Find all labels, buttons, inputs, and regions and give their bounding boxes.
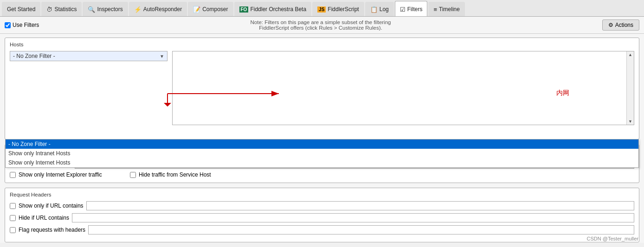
js-icon: JS [317,6,326,13]
scroll-up-arrow[interactable]: ▲ [627,51,633,58]
url-contains-checkbox[interactable] [10,203,16,209]
flag-headers-row: Flag requests with headers [10,225,634,234]
tab-log[interactable]: 📋 Log [365,2,394,16]
tab-fiddlerscript[interactable]: JS FiddlerScript [312,2,364,16]
flag-headers-input[interactable] [88,225,634,234]
url-contains-input[interactable] [86,201,634,210]
show-only-ie-label: Show only Internet Explorer traffic [19,171,102,178]
tab-get-started[interactable]: Get Started [2,2,40,16]
tab-fiddler-orchestra-label: Fiddler Orchestra Beta [250,6,306,13]
flag-headers-checkbox[interactable] [10,227,16,233]
hide-url-input[interactable] [72,213,634,222]
tab-inspectors[interactable]: 🔍 Inspectors [83,2,128,16]
dropdown-option-internet[interactable]: Show only Internet Hosts [6,158,638,167]
scroll-down-arrow[interactable]: ▼ [627,118,633,125]
flag-headers-label: Flag requests with headers [19,227,85,233]
request-headers-title: Request Headers [10,192,634,197]
tab-autoresponder[interactable]: ⚡ AutoResponder [129,2,187,16]
tab-fiddlerscript-label: FiddlerScript [328,6,359,13]
statistics-icon: ⏱ [46,6,52,13]
actions-icon: ⚙ [608,22,613,28]
use-filters-checkbox[interactable] [5,22,11,28]
fo-icon: FO [239,6,249,13]
filter-bar: Use Filters Note: Filters on this page a… [0,17,644,34]
show-only-ie-checkbox[interactable] [10,172,16,178]
ie-traffic-row: Show only Internet Explorer traffic Hide… [10,171,634,178]
zone-filter-dropdown[interactable]: - No Zone Filter - ▼ [10,51,167,61]
inspectors-icon: 🔍 [88,6,95,13]
url-contains-label: Show only if URL contains [19,203,84,209]
request-headers-section: Request Headers Show only if URL contain… [5,188,639,242]
hide-traffic-checkbox[interactable] [130,172,136,178]
tab-bar: Get Started ⏱ Statistics 🔍 Inspectors ⚡ … [0,0,644,17]
url-contains-row: Show only if URL contains [10,201,634,210]
tab-composer[interactable]: 📝 Composer [188,2,233,16]
tab-filters[interactable]: ☑ Filters [395,1,428,16]
hide-url-label: Hide if URL contains [19,215,69,221]
hide-traffic-label: Hide traffic from Service Host [139,171,211,178]
hosts-title: Hosts [10,42,634,47]
zone-filter-dropdown-list: - No Zone Filter - Show only Intranet Ho… [5,139,639,168]
tab-autoresponder-label: AutoResponder [143,6,182,13]
zone-filter-selected-text: - No Zone Filter - [13,53,55,59]
actions-label: Actions [615,22,633,28]
hide-url-checkbox[interactable] [10,215,16,221]
use-filters-checkbox-label[interactable]: Use Filters [5,22,39,28]
use-filters-text: Use Filters [13,22,39,28]
actions-button[interactable]: ⚙ Actions [602,19,639,31]
tab-log-label: Log [380,6,389,13]
tab-statistics[interactable]: ⏱ Statistics [41,2,82,16]
tab-filters-label: Filters [407,6,423,13]
tab-composer-label: Composer [202,6,228,13]
log-icon: 📋 [370,6,378,13]
tab-get-started-label: Get Started [7,6,35,13]
dropdown-arrow-icon: ▼ [160,54,164,59]
tab-inspectors-label: Inspectors [97,6,122,13]
composer-icon: 📝 [193,6,200,13]
tab-timeline[interactable]: ≡ Timeline [428,2,465,16]
hide-url-row: Hide if URL contains [10,213,634,222]
tab-fiddler-orchestra[interactable]: FO Fiddler Orchestra Beta [234,2,312,16]
autoresponder-icon: ⚡ [134,6,142,13]
dropdown-option-no-zone[interactable]: - No Zone Filter - [6,139,638,149]
filter-note: Note: Filters on this page are a simple … [44,19,597,31]
tab-statistics-label: Statistics [54,6,77,13]
timeline-icon: ≡ [433,6,437,13]
filters-icon: ☑ [400,6,406,13]
tab-timeline-label: Timeline [439,6,460,13]
hosts-section: Hosts - No Zone Filter - ▼ - No Zone Fil… [5,38,639,139]
dropdown-option-intranet[interactable]: Show only Intranet Hosts [6,149,638,158]
watermark: CSDN @Tester_muller [587,236,638,241]
main-content: Hosts - No Zone Filter - ▼ - No Zone Fil… [0,34,644,243]
